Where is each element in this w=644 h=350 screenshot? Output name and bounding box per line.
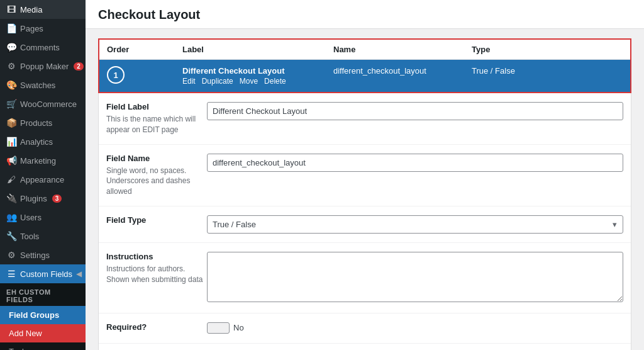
sidebar-item-pages[interactable]: 📄 Pages <box>0 19 86 38</box>
col-name: Name <box>333 45 472 54</box>
popup-maker-badge: 2 <box>74 62 84 71</box>
checkout-layout-table: Order Label Name Type 1 Different Checko… <box>98 38 631 93</box>
settings-icon: ⚙ <box>6 250 16 260</box>
field-type-select-wrapper: True / False Text Textarea Number Select… <box>207 215 623 234</box>
sidebar: 🎞 Media 📄 Pages 💬 Comments ⚙ Popup Maker… <box>0 0 86 350</box>
custom-fields-submenu: EH Custom Fields Field Groups Add New To… <box>0 283 86 350</box>
form-row-instructions: Instructions Instructions for authors. S… <box>99 243 631 313</box>
table-header: Order Label Name Type <box>99 40 630 60</box>
sidebar-item-media[interactable]: 🎞 Media <box>0 0 86 19</box>
submenu-item-field-groups[interactable]: Field Groups <box>0 306 86 324</box>
field-label-col: Field Label This is the name which will … <box>106 102 207 135</box>
plugins-badge: 3 <box>52 195 62 203</box>
row-label-col: Different Checkout Layout Edit Duplicate… <box>182 66 333 86</box>
swatches-icon: 🎨 <box>6 80 16 90</box>
sidebar-item-woocommerce[interactable]: 🛒 WooCommerce <box>0 94 86 113</box>
popup-maker-icon: ⚙ <box>6 61 16 71</box>
submenu-item-add-new[interactable]: Add New <box>0 324 86 342</box>
custom-fields-icon: ☰ <box>6 269 16 279</box>
row-label: Different Checkout Layout <box>182 66 333 76</box>
appearance-icon: 🖌 <box>6 174 16 184</box>
instructions-textarea[interactable] <box>207 252 623 302</box>
analytics-icon: 📊 <box>6 137 16 147</box>
sidebar-item-popup-maker[interactable]: ⚙ Popup Maker 2 <box>0 57 86 76</box>
table-row: 1 Different Checkout Layout Edit Duplica… <box>99 60 630 92</box>
submenu-section-label: EH Custom Fields <box>0 283 86 306</box>
field-type-input-col: True / False Text Textarea Number Select… <box>207 215 623 234</box>
action-move[interactable]: Move <box>240 77 260 86</box>
main-content: Checkout Layout Order Label Name Type 1 … <box>86 0 644 350</box>
col-label: Label <box>182 45 333 54</box>
field-label-input[interactable] <box>207 102 623 120</box>
required-toggle[interactable] <box>207 322 230 334</box>
row-type: True / False <box>472 66 623 76</box>
field-type-select[interactable]: True / False Text Textarea Number Select… <box>207 215 623 234</box>
instructions-label-col: Instructions Instructions for authors. S… <box>106 252 207 285</box>
form-row-field-name: Field Name Single word, no spaces. Under… <box>99 145 631 206</box>
action-duplicate[interactable]: Duplicate <box>202 77 235 86</box>
marketing-icon: 📢 <box>6 155 16 166</box>
sidebar-item-custom-fields[interactable]: ☰ Custom Fields ◀ <box>0 264 86 283</box>
required-toggle-wrapper: No <box>207 322 623 334</box>
comments-icon: 💬 <box>6 42 16 52</box>
sidebar-item-comments[interactable]: 💬 Comments <box>0 38 86 57</box>
sidebar-item-products[interactable]: 📦 Products <box>0 113 86 132</box>
products-icon: 📦 <box>6 118 16 128</box>
instructions-title: Instructions <box>106 252 207 261</box>
custom-fields-arrow: ◀ <box>76 269 82 278</box>
field-form: Field Label This is the name which will … <box>98 93 631 350</box>
required-toggle-label: No <box>233 323 244 332</box>
form-row-field-label: Field Label This is the name which will … <box>99 93 631 145</box>
field-label-title: Field Label <box>106 102 207 111</box>
media-icon: 🎞 <box>6 4 16 14</box>
sidebar-item-plugins[interactable]: 🔌 Plugins 3 <box>0 189 86 208</box>
pages-icon: 📄 <box>6 23 16 33</box>
field-name-label-col: Field Name Single word, no spaces. Under… <box>106 154 207 197</box>
order-circle: 1 <box>107 66 125 84</box>
sidebar-item-analytics[interactable]: 📊 Analytics <box>0 132 86 151</box>
form-row-field-type: Field Type True / False Text Textarea Nu… <box>99 206 631 243</box>
field-label-desc: This is the name which will appear on ED… <box>106 114 207 135</box>
sidebar-item-users[interactable]: 👥 Users <box>0 208 86 227</box>
instructions-input-col <box>207 252 623 304</box>
sidebar-item-marketing[interactable]: 📢 Marketing <box>0 151 86 170</box>
woocommerce-icon: 🛒 <box>6 99 16 109</box>
sidebar-item-swatches[interactable]: 🎨 Swatches <box>0 76 86 94</box>
row-order: 1 <box>107 66 182 84</box>
field-type-label-col: Field Type <box>106 215 207 227</box>
field-name-input-col <box>207 154 623 172</box>
field-name-title: Field Name <box>106 154 207 163</box>
action-delete[interactable]: Delete <box>264 77 286 86</box>
required-title: Required? <box>106 322 207 332</box>
required-input-col: No <box>207 322 623 334</box>
tools-icon: 🔧 <box>6 231 16 241</box>
sidebar-item-tools[interactable]: 🔧 Tools <box>0 227 86 246</box>
instructions-desc: Instructions for authors. Shown when sub… <box>106 264 207 285</box>
sidebar-item-appearance[interactable]: 🖌 Appearance <box>0 170 86 189</box>
col-order: Order <box>107 45 182 54</box>
page-title: Checkout Layout <box>98 8 631 22</box>
action-edit[interactable]: Edit <box>182 77 197 86</box>
required-label-col: Required? <box>106 322 207 334</box>
field-type-title: Field Type <box>106 215 207 225</box>
field-label-input-col <box>207 102 623 120</box>
submenu-item-tools[interactable]: Tools <box>0 342 86 350</box>
field-actions: Edit Duplicate Move Delete <box>182 77 333 86</box>
field-name-desc: Single word, no spaces. Underscores and … <box>106 166 207 197</box>
field-name-input[interactable] <box>207 154 623 172</box>
users-icon: 👥 <box>6 212 16 222</box>
sidebar-item-settings[interactable]: ⚙ Settings <box>0 246 86 264</box>
page-header: Checkout Layout <box>86 0 644 29</box>
form-row-message: Message Display text alongside the <box>99 344 631 350</box>
form-row-required: Required? No <box>99 313 631 344</box>
col-type: Type <box>472 45 623 54</box>
plugins-icon: 🔌 <box>6 193 16 203</box>
row-name: different_checkout_layout <box>333 66 472 76</box>
